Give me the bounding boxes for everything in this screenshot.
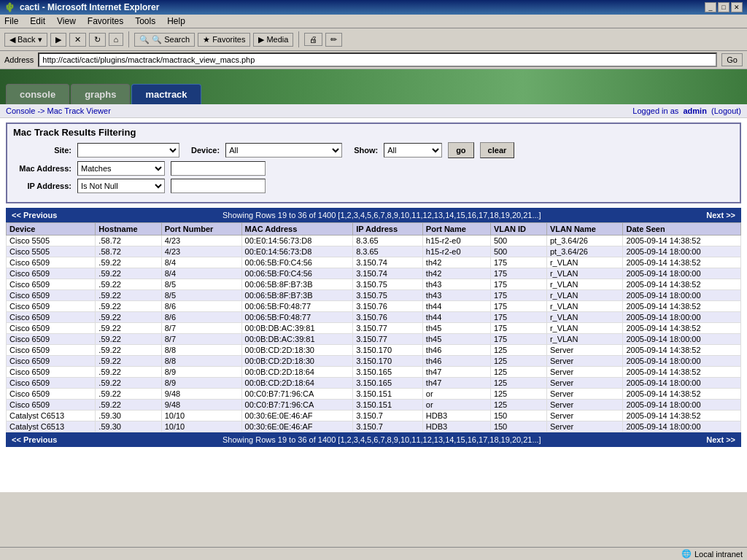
cell-16-5: HDB3: [422, 411, 490, 421]
menu-favorites[interactable]: Favorites: [88, 16, 123, 26]
menu-help[interactable]: Help: [167, 16, 185, 26]
cell-10-0: Cisco 6509: [7, 345, 96, 356]
favorites-button[interactable]: ★ Favorites: [198, 33, 250, 47]
table-row: Cisco 6509.59.228/600:06:5B:F0:48:773.15…: [7, 301, 741, 312]
window-controls[interactable]: _ □ ✕: [705, 2, 743, 12]
cell-9-0: Cisco 6509: [7, 334, 96, 345]
cell-11-3: 00:0B:CD:2D:18:30: [241, 356, 353, 367]
site-select[interactable]: [77, 143, 179, 158]
cell-8-1: .59.22: [96, 323, 161, 334]
refresh-button[interactable]: ↻: [89, 33, 106, 47]
cell-17-2: 10/10: [161, 421, 241, 432]
next-button[interactable]: Next >>: [706, 211, 735, 219]
table-row: Cisco 5505.58.724/2300:E0:14:56:73:D88.3…: [7, 236, 741, 246]
breadcrumb-arrow: ->: [37, 106, 47, 115]
col-date-seen[interactable]: Date Seen: [623, 223, 741, 236]
cell-11-4: 3.150.170: [353, 356, 423, 367]
forward-button[interactable]: ▶: [50, 33, 66, 47]
cell-3-8: 2005-09-14 18:00:00: [623, 268, 741, 279]
col-mac-address[interactable]: MAC Address: [241, 223, 353, 236]
cell-13-0: Cisco 6509: [7, 378, 96, 389]
cell-2-7: r_VLAN: [546, 257, 623, 268]
cell-9-5: th45: [422, 334, 490, 345]
browser-toolbar: ◀ Back ▾ ▶ ✕ ↻ ⌂ 🔍 🔍 Search ★ Favorites …: [0, 28, 747, 51]
next-button-bottom[interactable]: Next >>: [706, 435, 735, 444]
col-port-number[interactable]: Port Number: [161, 223, 241, 236]
cell-11-1: .59.22: [96, 356, 161, 367]
table-row: Cisco 5505.58.724/2300:E0:14:56:73:D88.3…: [7, 246, 741, 257]
cell-8-2: 8/7: [161, 323, 241, 334]
cell-5-7: r_VLAN: [546, 290, 623, 301]
print-button[interactable]: 🖨: [304, 33, 322, 46]
cell-4-5: th43: [422, 279, 490, 290]
show-select[interactable]: All: [384, 143, 442, 158]
cell-3-0: Cisco 6509: [7, 268, 96, 279]
mac-address-input[interactable]: [171, 161, 266, 176]
menu-tools[interactable]: Tools: [135, 16, 155, 26]
col-device[interactable]: Device: [7, 223, 96, 236]
tab-mactrack[interactable]: mactrack: [131, 84, 201, 104]
prev-button-bottom[interactable]: << Previous: [12, 435, 57, 444]
user-link[interactable]: admin: [683, 106, 706, 115]
nav-info: Showing Rows 19 to 36 of 1400 [1,2,3,4,5…: [222, 211, 541, 219]
table-row: Catalyst C6513.59.3010/1000:30:6E:0E:46:…: [7, 411, 741, 421]
window-title: cacti - Microsoft Internet Explorer: [20, 2, 159, 12]
ip-match-select[interactable]: Is Not Null Is Null Matches Contains: [77, 179, 165, 193]
cell-10-3: 00:0B:CD:2D:18:30: [241, 345, 353, 356]
tab-console[interactable]: console: [6, 84, 69, 104]
cell-2-6: 175: [490, 257, 546, 268]
device-label: Device:: [191, 146, 220, 155]
cell-1-7: pt_3.64/26: [546, 246, 623, 257]
prev-button[interactable]: << Previous: [12, 211, 57, 219]
menu-file[interactable]: File: [4, 16, 18, 26]
address-input[interactable]: [38, 52, 717, 67]
search-button[interactable]: 🔍 🔍 Search: [134, 33, 195, 47]
cell-2-0: Cisco 6509: [7, 257, 96, 268]
cell-0-0: Cisco 5505: [7, 236, 96, 246]
back-button[interactable]: ◀ Back ▾: [4, 33, 47, 47]
cell-10-2: 8/8: [161, 345, 241, 356]
tab-graphs[interactable]: graphs: [71, 84, 130, 104]
device-select[interactable]: All: [225, 143, 342, 158]
cell-14-8: 2005-09-14 14:38:52: [623, 389, 741, 400]
table-row: Cisco 6509.59.228/500:06:5B:8F:B7:3B3.15…: [7, 279, 741, 290]
go-button[interactable]: go: [448, 142, 473, 158]
cell-9-4: 3.150.77: [353, 334, 423, 345]
cell-17-4: 3.150.7: [353, 421, 423, 432]
breadcrumb-console-link[interactable]: Console: [6, 106, 35, 115]
cell-5-8: 2005-09-14 18:00:00: [623, 290, 741, 301]
clear-button[interactable]: clear: [480, 142, 515, 158]
cell-3-2: 8/4: [161, 268, 241, 279]
col-port-name[interactable]: Port Name: [422, 223, 490, 236]
cell-11-2: 8/8: [161, 356, 241, 367]
col-ip-address[interactable]: IP Address: [353, 223, 423, 236]
ip-address-input[interactable]: [171, 179, 266, 193]
minimize-button[interactable]: _: [705, 2, 716, 12]
col-hostname[interactable]: Hostname: [96, 223, 161, 236]
edit-button[interactable]: ✏: [325, 33, 342, 47]
home-button[interactable]: ⌂: [109, 33, 124, 46]
media-button[interactable]: ▶ Media: [253, 33, 293, 47]
go-browser-button[interactable]: Go: [721, 53, 743, 66]
cell-13-7: Server: [546, 378, 623, 389]
bottom-nav-bar: << Previous Showing Rows 19 to 36 of 140…: [6, 432, 741, 447]
stop-button[interactable]: ✕: [69, 33, 86, 47]
col-vlan-id[interactable]: VLAN ID: [490, 223, 546, 236]
ip-address-label: IP Address:: [13, 182, 71, 190]
cell-7-2: 8/6: [161, 312, 241, 323]
cell-9-6: 175: [490, 334, 546, 345]
logout-link[interactable]: Logout: [714, 106, 739, 115]
nav-info-bottom: Showing Rows 19 to 36 of 1400 [1,2,3,4,5…: [222, 435, 541, 444]
site-label: Site:: [13, 146, 71, 155]
cell-8-4: 3.150.77: [353, 323, 423, 334]
col-vlan-name[interactable]: VLAN Name: [546, 223, 623, 236]
menu-view[interactable]: View: [57, 16, 76, 26]
mac-match-select[interactable]: Matches Contains Begins With Ends With: [77, 161, 165, 176]
close-button[interactable]: ✕: [731, 2, 743, 12]
cell-3-5: th42: [422, 268, 490, 279]
maximize-button[interactable]: □: [718, 2, 729, 12]
cell-15-0: Cisco 6509: [7, 400, 96, 411]
menu-edit[interactable]: Edit: [30, 16, 45, 26]
cell-12-4: 3.150.165: [353, 367, 423, 378]
show-label: Show:: [354, 146, 378, 155]
